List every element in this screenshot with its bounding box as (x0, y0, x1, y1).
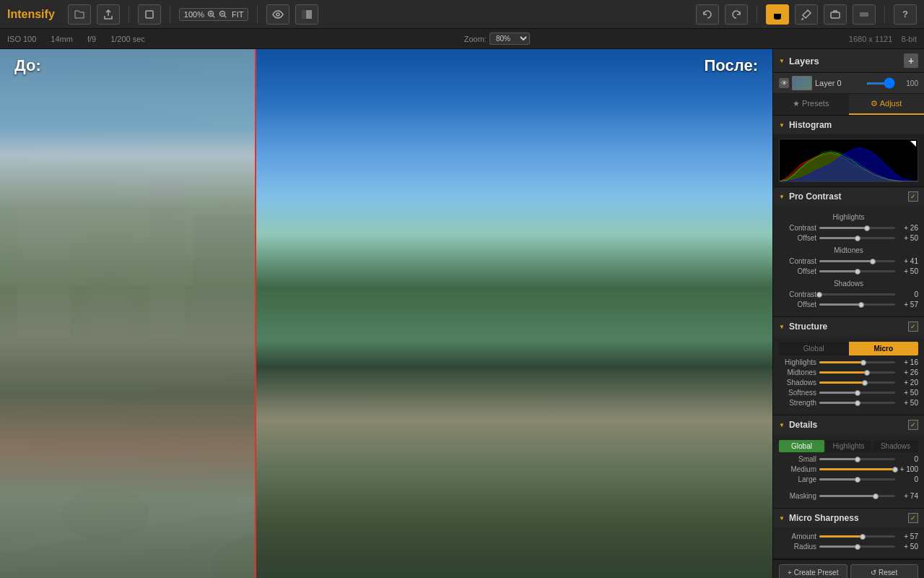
highlights-contrast-value: + 26 (898, 224, 918, 232)
hand-tool[interactable] (766, 4, 789, 25)
micro-sharpness-header[interactable]: ▼ Micro Sharpness ✓ (773, 509, 924, 527)
structure-checkbox[interactable]: ✓ (908, 322, 918, 332)
structure-shadows-thumb (862, 380, 868, 386)
midtones-offset-track[interactable] (819, 270, 895, 272)
structure-shadows-track[interactable] (819, 381, 895, 384)
details-large-value: 0 (898, 475, 918, 483)
highlights-contrast-track[interactable] (819, 227, 895, 229)
svg-rect-0 (146, 11, 153, 18)
details-large-track[interactable] (819, 478, 895, 480)
structure-highlights-track[interactable] (819, 361, 895, 363)
midtones-contrast-row: Contrast + 41 (779, 257, 918, 265)
structure-midtones-track[interactable] (819, 371, 895, 374)
shadows-contrast-track[interactable] (819, 293, 895, 296)
highlights-offset-row: Offset + 50 (779, 234, 918, 242)
details-medium-track[interactable] (819, 468, 895, 470)
info-depth: 8-bit (902, 35, 917, 43)
shadows-contrast-value: 0 (898, 290, 918, 298)
split-button[interactable] (295, 4, 318, 25)
separator-5 (884, 6, 885, 23)
structure-strength-track[interactable] (819, 402, 895, 404)
layers-title: Layers (789, 56, 901, 66)
eraser-tool[interactable] (824, 4, 847, 25)
canvas-area[interactable]: До: После: (0, 49, 772, 578)
details-shadows-tab[interactable]: Shadows (873, 440, 918, 452)
undo-button[interactable] (696, 4, 719, 25)
highlights-contrast-fill (819, 227, 867, 229)
details-small-value: 0 (898, 455, 918, 463)
layers-collapse-icon[interactable]: ▼ (779, 58, 785, 64)
layer-name: Layer 0 (815, 79, 863, 87)
structure-softness-track[interactable] (819, 392, 895, 394)
midtones-offset-row: Offset + 50 (779, 267, 918, 275)
details-header[interactable]: ▼ Details ✓ (773, 415, 924, 434)
reset-label: ↺ Reset (871, 569, 897, 577)
split-line[interactable] (255, 49, 256, 578)
details-small-track[interactable] (819, 458, 895, 460)
layer-opacity-slider[interactable] (866, 82, 895, 85)
structure-shadows-row: Shadows + 20 (779, 379, 918, 387)
svg-point-3 (276, 13, 279, 16)
open-button[interactable] (68, 4, 91, 25)
histogram-header[interactable]: ▼ Histogram (773, 116, 924, 134)
structure-strength-fill (819, 402, 858, 404)
preview-button[interactable] (266, 4, 289, 25)
details-medium-label: Medium (779, 465, 816, 473)
micro-sharpness-checkbox[interactable]: ✓ (908, 513, 918, 523)
reset-button[interactable]: ↺ Reset (850, 564, 919, 578)
pro-contrast-checkbox[interactable]: ✓ (908, 191, 918, 202)
radius-label: Radius (779, 543, 816, 551)
radius-row: Radius + 50 (779, 543, 918, 551)
details-global-tab[interactable]: Global (779, 440, 824, 452)
layers-add-button[interactable]: + (904, 53, 918, 68)
redo-button[interactable] (725, 4, 748, 25)
details-masking-track[interactable] (819, 495, 895, 497)
details-medium-value: + 100 (898, 465, 918, 473)
fit-btn[interactable]: FIT (232, 10, 244, 19)
zoom-pct: 100% (184, 10, 204, 19)
details-title: Details (789, 420, 905, 430)
structure-midtones-value: + 26 (898, 368, 918, 376)
shadows-offset-track[interactable] (819, 303, 895, 306)
zoom-select[interactable]: 80% 50% 100% FIT (489, 33, 530, 45)
details-large-row: Large 0 (779, 475, 918, 483)
shadows-offset-label: Offset (779, 301, 816, 309)
tab-adjust[interactable]: ⚙ Adjust (849, 94, 925, 115)
details-checkbox[interactable]: ✓ (908, 420, 918, 430)
midtones-contrast-label: Contrast (779, 257, 816, 265)
help-button[interactable]: ? (894, 4, 917, 25)
highlights-label: Highlights (779, 213, 918, 221)
brush-tool[interactable] (795, 4, 818, 25)
fit-button[interactable] (138, 4, 161, 25)
export-button[interactable] (97, 4, 120, 25)
info-dimensions: 1680 x 1121 (849, 35, 893, 43)
histogram-collapse-icon: ▼ (779, 122, 785, 129)
structure-section: ▼ Structure ✓ Global Micro Highlights + … (773, 317, 924, 415)
mask-tool[interactable] (853, 4, 876, 25)
structure-softness-row: Softness + 50 (779, 389, 918, 397)
amount-label: Amount (779, 532, 816, 540)
structure-global-tab[interactable]: Global (779, 342, 849, 355)
amount-fill (819, 535, 863, 538)
radius-track[interactable] (819, 545, 895, 548)
structure-micro-tab[interactable]: Micro (849, 342, 919, 355)
structure-tabs: Global Micro (779, 342, 918, 355)
radius-fill (819, 545, 858, 548)
highlights-contrast-label: Contrast (779, 224, 816, 232)
midtones-contrast-track[interactable] (819, 260, 895, 262)
tab-presets[interactable]: ★ Presets (773, 94, 849, 115)
histogram-section: ▼ Histogram (773, 116, 924, 187)
separator-1 (128, 6, 129, 23)
svg-rect-4 (307, 10, 312, 19)
structure-header[interactable]: ▼ Structure ✓ (773, 317, 924, 336)
pro-contrast-header[interactable]: ▼ Pro Contrast ✓ (773, 187, 924, 206)
structure-highlights-row: Highlights + 16 (779, 358, 918, 366)
panel-tabs: ★ Presets ⚙ Adjust (773, 94, 924, 116)
amount-track[interactable] (819, 535, 895, 538)
layer-visibility-toggle[interactable]: 👁 (779, 78, 789, 88)
image-after (255, 49, 772, 578)
create-preset-button[interactable]: + Create Preset (779, 564, 847, 578)
details-controls: Global Highlights Shadows Small 0 Medium (773, 434, 924, 508)
details-highlights-tab[interactable]: Highlights (826, 440, 871, 452)
highlights-offset-track[interactable] (819, 237, 895, 239)
